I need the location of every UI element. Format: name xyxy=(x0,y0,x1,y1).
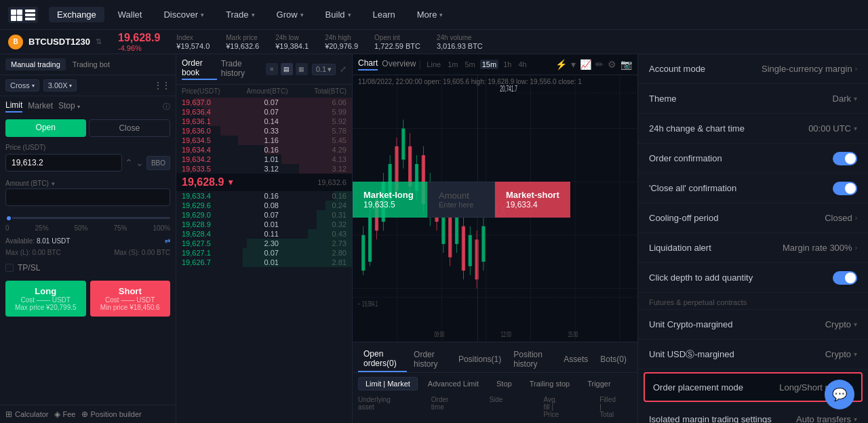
nav-trade[interactable]: Trade ▾ xyxy=(218,7,262,22)
market-order-tab[interactable]: Market xyxy=(28,101,53,112)
tpsl-label[interactable]: TP/SL xyxy=(18,263,40,273)
view-both-icon[interactable]: ≡ xyxy=(266,63,278,75)
price-input[interactable] xyxy=(5,154,122,172)
amount-input[interactable] xyxy=(5,188,170,206)
settings-icon[interactable]: ⚙ xyxy=(608,59,616,70)
ask-row[interactable]: 19,634.2 1.01 4.13 xyxy=(176,155,352,164)
transfer-link[interactable]: ⇄ xyxy=(165,237,170,245)
trade-history-tab[interactable]: Trade history xyxy=(221,59,262,79)
ask-row[interactable]: 19,636.1 0.14 5.92 xyxy=(176,117,352,126)
isolated-margin-value[interactable]: Auto transfers ▾ xyxy=(796,414,857,423)
trailing-stop-filter[interactable]: Trailing stop xyxy=(522,377,578,390)
5m-btn[interactable]: 5m xyxy=(462,60,477,69)
1h-btn[interactable]: 1h xyxy=(501,60,513,69)
line-btn[interactable]: Line xyxy=(425,60,443,69)
bid-row[interactable]: 19,633.4 0.16 0.16 xyxy=(176,191,352,201)
manual-trading-tab[interactable]: Manual trading xyxy=(5,58,66,70)
more-options-icon[interactable]: ⋮⋮ xyxy=(154,81,170,90)
chevron-down-icon[interactable]: ▾ xyxy=(571,59,576,70)
bid-row[interactable]: 19,628.9 0.01 0.32 xyxy=(176,220,352,229)
amount-chevron-icon[interactable]: ▾ xyxy=(52,180,55,187)
bid-row[interactable]: 19,628.4 0.11 0.43 xyxy=(176,229,352,239)
okx-logo[interactable] xyxy=(8,7,38,23)
calculator-tool[interactable]: ⊞ Calculator xyxy=(5,409,49,419)
bid-row[interactable]: 19,626.7 0.01 2.81 xyxy=(176,258,352,267)
price-stepper-down[interactable]: ⌄ xyxy=(136,157,144,168)
nav-wallet[interactable]: Wallet xyxy=(110,7,151,22)
trading-bot-tab[interactable]: Trading bot xyxy=(67,58,115,70)
unit-usd-value[interactable]: Crypto ▾ xyxy=(825,349,857,359)
price-stepper-up[interactable]: ⌃ xyxy=(125,157,133,168)
position-builder-tool[interactable]: ⊕ Position builder xyxy=(81,409,142,419)
chart-time-value[interactable]: 00:00 UTC ▾ xyxy=(808,123,857,134)
bots-tab[interactable]: Bots(0) xyxy=(595,352,632,367)
bbo-button[interactable]: BBO xyxy=(146,156,170,170)
indicator-icon[interactable]: ⚡ xyxy=(555,59,567,70)
advanced-limit-filter[interactable]: Advanced Limit xyxy=(420,377,486,390)
leverage-button[interactable]: 3.00X ▾ xyxy=(43,79,77,92)
overview-tab[interactable]: Overview xyxy=(382,59,416,70)
order-confirm-toggle[interactable] xyxy=(833,152,857,165)
order-history-tab[interactable]: Order history xyxy=(408,347,452,371)
assets-tab[interactable]: Assets xyxy=(558,352,593,367)
order-book-tab[interactable]: Order book xyxy=(182,58,217,80)
cooling-off-value[interactable]: Closed › xyxy=(825,213,857,223)
order-placement-label: Order placement mode xyxy=(653,382,743,392)
bid-row[interactable]: 19,627.1 0.07 2.80 xyxy=(176,248,352,258)
ask-row[interactable]: 19,636.0 0.33 5.78 xyxy=(176,126,352,136)
chart-tab[interactable]: Chart xyxy=(358,58,378,70)
close-all-toggle[interactable] xyxy=(833,182,857,195)
nav-learn[interactable]: Learn xyxy=(365,7,403,22)
chat-button[interactable]: 💬 xyxy=(825,380,854,409)
cross-margin-button[interactable]: Cross ▾ xyxy=(5,79,39,92)
fee-tool[interactable]: ◈ Fee xyxy=(54,409,76,419)
liquidation-value[interactable]: Margin rate 300% › xyxy=(783,243,857,253)
bid-row[interactable]: 19,627.5 2.30 2.73 xyxy=(176,239,352,248)
click-depth-item: Click depth to add quantity xyxy=(638,263,868,293)
account-mode-value[interactable]: Single-currency margin › xyxy=(762,64,857,74)
1m-btn[interactable]: 1m xyxy=(446,60,460,69)
pair-info[interactable]: B BTCUSDT1230 ⇅ xyxy=(8,35,102,49)
amount-slider[interactable] xyxy=(5,217,170,219)
4h-btn[interactable]: 4h xyxy=(516,60,528,69)
stop-filter[interactable]: Stop xyxy=(489,377,519,390)
ask-row[interactable]: 19,634.5 1.16 5.45 xyxy=(176,136,352,145)
limit-market-filter[interactable]: Limit | Market xyxy=(358,377,418,390)
info-icon[interactable]: ⓘ xyxy=(163,102,170,112)
nav-build[interactable]: Build ▾ xyxy=(317,7,359,22)
ask-row[interactable]: 19,634.4 0.16 4.29 xyxy=(176,145,352,155)
ask-row[interactable]: 19,633.5 3.12 3.12 xyxy=(176,164,352,174)
precision-selector[interactable]: 0.1 ▾ xyxy=(312,64,336,75)
close-button[interactable]: Close xyxy=(89,119,171,137)
long-button[interactable]: Long Cost —— USDT Max price ¥20,799.5 xyxy=(5,281,86,317)
book-expand-icon[interactable]: ⤢ xyxy=(340,64,347,74)
theme-value[interactable]: Dark ▾ xyxy=(833,94,857,104)
positions-tab[interactable]: Positions(1) xyxy=(453,352,507,367)
trigger-filter[interactable]: Trigger xyxy=(580,377,618,390)
bid-row[interactable]: 19,629.0 0.07 0.31 xyxy=(176,210,352,220)
market-amount-box[interactable]: Amount Enter here xyxy=(427,182,495,218)
15m-btn[interactable]: 15m xyxy=(480,60,498,69)
short-button[interactable]: Short Cost —— USDT Min price ¥18,450.6 xyxy=(90,281,171,317)
position-history-tab[interactable]: Position history xyxy=(508,347,557,371)
screenshot-icon[interactable]: 📷 xyxy=(620,59,632,70)
nav-more[interactable]: More ▾ xyxy=(409,7,452,22)
sort-icon: ⇅ xyxy=(96,37,102,46)
bid-row[interactable]: 19,629.6 0.08 0.24 xyxy=(176,201,352,210)
limit-order-tab[interactable]: Limit xyxy=(5,100,22,113)
open-button[interactable]: Open xyxy=(5,119,86,137)
pencil-icon[interactable]: ✏ xyxy=(595,59,604,70)
stop-order-tab[interactable]: Stop ▾ xyxy=(58,101,80,112)
tpsl-checkbox[interactable] xyxy=(5,264,14,272)
view-bid-icon[interactable]: ▦ xyxy=(296,63,308,75)
drawing-icon[interactable]: 📈 xyxy=(580,59,591,70)
ask-row[interactable]: 19,637.0 0.07 6.06 xyxy=(176,98,352,107)
click-depth-toggle[interactable] xyxy=(833,271,857,285)
nav-discover[interactable]: Discover ▾ xyxy=(155,7,212,22)
unit-crypto-value[interactable]: Crypto ▾ xyxy=(825,319,857,329)
nav-grow[interactable]: Grow ▾ xyxy=(269,7,312,22)
view-ask-icon[interactable]: ▤ xyxy=(281,63,293,75)
ask-row[interactable]: 19,636.4 0.07 5.99 xyxy=(176,107,352,117)
nav-exchange[interactable]: Exchange xyxy=(49,7,104,22)
open-orders-tab[interactable]: Open orders(0) xyxy=(358,346,407,372)
